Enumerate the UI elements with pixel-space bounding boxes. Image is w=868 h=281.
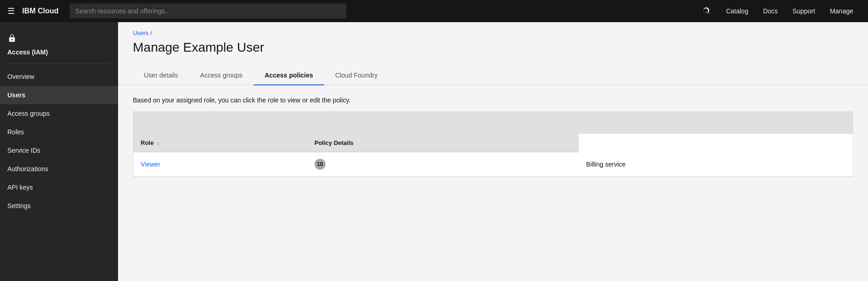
- top-nav-right: Catalog Docs Support Manage: [696, 0, 861, 22]
- td-role: Viewer: [133, 152, 307, 177]
- sidebar-item-access-groups[interactable]: Access groups: [0, 104, 118, 123]
- catalog-link[interactable]: Catalog: [719, 0, 755, 22]
- sidebar-item-users[interactable]: Users: [0, 86, 118, 104]
- tab-user-details[interactable]: User details: [133, 66, 189, 85]
- top-nav: ☰ IBM Cloud Catalog Docs Support Manage: [0, 0, 868, 22]
- sidebar: Access (IAM) OverviewUsersAccess groupsR…: [0, 22, 118, 281]
- tab-access-groups[interactable]: Access groups: [189, 66, 254, 85]
- brand-logo: IBM Cloud: [22, 7, 59, 15]
- tab-cloud-foundry[interactable]: Cloud Foundry: [324, 66, 389, 85]
- table-container: Role ↓ Policy Details Viewer10Billing se…: [133, 111, 853, 177]
- main-layout: Access (IAM) OverviewUsersAccess groupsR…: [0, 22, 868, 281]
- tabs-container: User detailsAccess groupsAccess policies…: [118, 66, 868, 85]
- sidebar-item-service-ids[interactable]: Service IDs: [0, 141, 118, 160]
- col-policy-details: Policy Details: [307, 134, 579, 152]
- table-body: Viewer10Billing service: [133, 152, 853, 177]
- table-header-row: Role ↓ Policy Details: [133, 134, 853, 152]
- sidebar-item-api-keys[interactable]: API keys: [0, 178, 118, 197]
- col-role-label: Role: [141, 139, 154, 146]
- sidebar-item-authorizations[interactable]: Authorizations: [0, 160, 118, 178]
- table-row: Viewer10Billing service: [133, 152, 853, 177]
- tab-access-policies[interactable]: Access policies: [254, 66, 324, 85]
- sidebar-item-overview[interactable]: Overview: [0, 67, 118, 86]
- content-body: Based on your assigned role, you can cli…: [118, 85, 868, 281]
- page-title: Manage Example User: [118, 36, 868, 66]
- table-header: Role ↓ Policy Details: [133, 134, 853, 152]
- search-icon-button[interactable]: [696, 0, 719, 22]
- sort-icon[interactable]: ↓: [156, 140, 159, 146]
- docs-link[interactable]: Docs: [755, 0, 785, 22]
- content-area: Users / Manage Example User User details…: [118, 22, 868, 281]
- role-link[interactable]: Viewer: [141, 161, 161, 168]
- sidebar-item-roles[interactable]: Roles: [0, 123, 118, 141]
- manage-link[interactable]: Manage: [822, 0, 861, 22]
- support-link[interactable]: Support: [785, 0, 822, 22]
- search-container: [70, 4, 346, 18]
- td-badge: 10: [307, 152, 579, 177]
- td-policy-details: Billing service: [579, 152, 853, 177]
- lock-icon: [7, 33, 17, 45]
- col-role: Role ↓: [133, 134, 307, 152]
- search-input[interactable]: [70, 4, 346, 18]
- sidebar-item-settings[interactable]: Settings: [0, 197, 118, 215]
- sidebar-header: Access (IAM): [0, 22, 118, 63]
- policy-count-badge: 10: [315, 159, 326, 170]
- sidebar-divider: [7, 63, 111, 64]
- breadcrumb: Users /: [118, 22, 868, 36]
- info-text: Based on your assigned role, you can cli…: [133, 96, 853, 104]
- breadcrumb-parent-link[interactable]: Users: [133, 30, 149, 36]
- sidebar-nav: OverviewUsersAccess groupsRolesService I…: [0, 67, 118, 215]
- policies-table: Role ↓ Policy Details Viewer10Billing se…: [133, 134, 853, 177]
- hamburger-menu-button[interactable]: ☰: [7, 6, 15, 16]
- sidebar-title: Access (IAM): [7, 48, 48, 56]
- search-icon: [703, 7, 711, 15]
- table-toolbar: [133, 112, 853, 134]
- breadcrumb-separator: /: [150, 30, 152, 36]
